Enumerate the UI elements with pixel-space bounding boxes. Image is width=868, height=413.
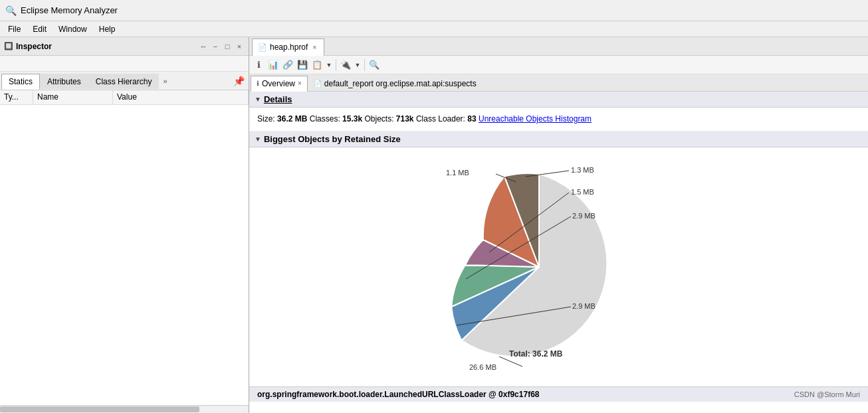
tab-statics[interactable]: Statics xyxy=(1,74,40,90)
unreachable-link[interactable]: Unreachable Objects Histogram xyxy=(479,114,592,124)
label-2-9mb-green: 2.9 MB xyxy=(572,212,596,220)
col-value: Value xyxy=(113,90,249,104)
toolbar-plugin-arrow[interactable]: ▼ xyxy=(354,58,362,72)
content-area: ▼ Details Size: 36.2 MB Classes: 15.3k O… xyxy=(249,92,868,413)
classes-label: Classes: xyxy=(310,114,340,124)
big-objects-arrow: ▼ xyxy=(255,135,261,143)
file-tab-bar: 📄 heap.hprof × xyxy=(249,37,868,56)
menu-help[interactable]: Help xyxy=(94,23,121,35)
left-scrollbar[interactable] xyxy=(0,405,249,413)
footer-bar: org.springframework.boot.loader.Launched… xyxy=(249,386,868,402)
big-objects-header[interactable]: ▼ Biggest Objects by Retained Size xyxy=(249,131,868,147)
classes-value: 15.3k xyxy=(342,114,362,124)
inspector-title-bar: 🔲 Inspector ↔ − □ × xyxy=(0,37,249,56)
pie-chart-svg: 1.1 MB 1.3 MB 1.5 MB 2.9 MB 2.9 MB xyxy=(393,161,725,373)
title-bar: 🔍 Eclipse Memory Analyzer xyxy=(0,0,868,21)
menu-edit[interactable]: Edit xyxy=(27,23,52,35)
label-1-1mb: 1.1 MB xyxy=(446,169,469,177)
pie-container: 1.1 MB 1.3 MB 1.5 MB 2.9 MB 2.9 MB xyxy=(393,161,725,373)
overview-close[interactable]: × xyxy=(298,80,302,87)
overview-label: Overview xyxy=(262,79,295,88)
toolbar-link[interactable]: 🔗 xyxy=(281,58,294,72)
menu-bar: File Edit Window Help xyxy=(0,21,868,37)
label-26-6mb: 26.6 MB xyxy=(469,363,496,371)
inspector-toolbar xyxy=(0,56,249,72)
chart-area: 1.1 MB 1.3 MB 1.5 MB 2.9 MB 2.9 MB xyxy=(249,147,868,386)
left-tabs: Statics Attributes Class Hierarchy » 📌 xyxy=(0,72,249,90)
details-section-header[interactable]: ▼ Details xyxy=(249,92,868,108)
label-1-3mb: 1.3 MB xyxy=(571,166,594,174)
left-panel: 🔲 Inspector ↔ − □ × Statics Attributes C… xyxy=(0,37,249,413)
file-tab-name: heap.hprof xyxy=(270,42,308,52)
classloader-value: 83 xyxy=(467,114,476,124)
details-content: Size: 36.2 MB Classes: 15.3k Objects: 71… xyxy=(249,108,868,131)
tab-attributes[interactable]: Attributes xyxy=(40,74,88,89)
menu-file[interactable]: File xyxy=(3,23,26,35)
sub-tab-bar: ℹ Overview × 📄 default_report org.eclips… xyxy=(249,74,868,92)
pin-button[interactable]: ↔ xyxy=(198,41,209,52)
footer-text: org.springframework.boot.loader.Launched… xyxy=(257,390,539,399)
right-panel: 📄 heap.hprof × ℹ 📊 🔗 💾 📋 ▼ 🔌 ▼ 🔍 ℹ Overv… xyxy=(249,37,868,413)
objects-value: 713k xyxy=(396,114,414,124)
classloader-label: Class Loader: xyxy=(416,114,465,124)
overview-icon: ℹ xyxy=(257,80,259,87)
total-label: Total: 36.2 MB xyxy=(509,349,563,359)
sub-tab-overview[interactable]: ℹ Overview × xyxy=(251,76,308,92)
column-headers: Ty... Name Value xyxy=(0,90,249,105)
main-layout: 🔲 Inspector ↔ − □ × Statics Attributes C… xyxy=(0,37,868,413)
minimize-button[interactable]: − xyxy=(210,41,221,52)
details-title: Details xyxy=(264,94,292,104)
big-objects-title: Biggest Objects by Retained Size xyxy=(264,134,401,144)
pin-icon[interactable]: 📌 xyxy=(231,76,247,86)
footer-credit: CSDN @Storm Muri xyxy=(794,390,860,398)
inspector-icon: 🔲 xyxy=(4,42,13,50)
sub-tab-report[interactable]: 📄 default_report org.eclipse.mat.api:sus… xyxy=(308,76,483,92)
file-tab-heap[interactable]: 📄 heap.hprof × xyxy=(252,39,324,56)
label-2-9mb-blue: 2.9 MB xyxy=(572,302,596,310)
toolbar-plugin[interactable]: 🔌 xyxy=(339,58,352,72)
tab-class-hierarchy[interactable]: Class Hierarchy xyxy=(88,74,160,89)
objects-label: Objects: xyxy=(364,114,393,124)
scrollbar-thumb[interactable] xyxy=(0,406,199,412)
details-arrow: ▼ xyxy=(255,96,261,103)
tab-more[interactable]: » xyxy=(159,74,171,88)
menu-window[interactable]: Window xyxy=(53,23,92,35)
right-toolbar: ℹ 📊 🔗 💾 📋 ▼ 🔌 ▼ 🔍 xyxy=(249,56,868,74)
label-1-5mb: 1.5 MB xyxy=(571,188,594,196)
toolbar-search[interactable]: 🔍 xyxy=(368,58,381,72)
report-icon: 📄 xyxy=(314,80,322,87)
report-label: default_report org.eclipse.mat.api:suspe… xyxy=(324,79,477,88)
size-value: 36.2 MB xyxy=(277,114,307,124)
file-tab-icon: 📄 xyxy=(258,43,267,52)
col-name: Name xyxy=(33,90,113,104)
size-label: Size: xyxy=(257,114,275,124)
toolbar-save[interactable]: 💾 xyxy=(296,58,309,72)
toolbar-report[interactable]: 📋 xyxy=(310,58,324,72)
col-type: Ty... xyxy=(0,90,33,104)
toolbar-separator-1 xyxy=(336,59,336,71)
toolbar-info[interactable]: ℹ xyxy=(252,58,265,72)
toolbar-report-arrow[interactable]: ▼ xyxy=(325,58,333,72)
app-title: Eclipse Memory Analyzer xyxy=(21,5,118,15)
close-inspector-button[interactable]: × xyxy=(234,41,245,52)
app-icon: 🔍 xyxy=(5,5,17,16)
file-tab-close[interactable]: × xyxy=(310,43,318,51)
inspector-title: Inspector xyxy=(16,42,195,51)
panel-actions: ↔ − □ × xyxy=(198,41,245,52)
maximize-button[interactable]: □ xyxy=(222,41,233,52)
left-body xyxy=(0,105,249,405)
toolbar-separator-2 xyxy=(364,59,365,71)
toolbar-chart[interactable]: 📊 xyxy=(267,58,280,72)
